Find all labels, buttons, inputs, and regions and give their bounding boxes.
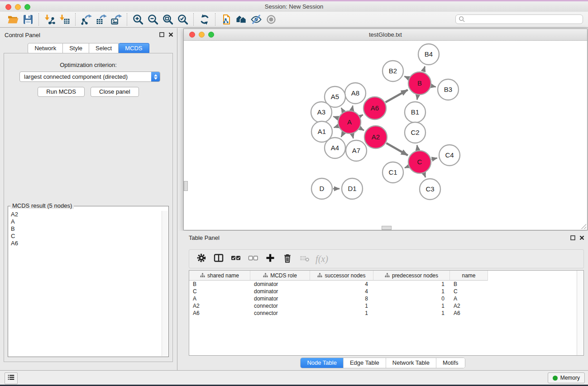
edge-A-A7[interactable] [352, 134, 353, 138]
cell-predecessor-nodes[interactable]: 1 [373, 288, 450, 295]
table-row[interactable]: Bdominator41B [189, 281, 577, 288]
export-network-button[interactable] [79, 12, 94, 27]
function-builder-button[interactable]: f(x) [314, 251, 330, 267]
table-row[interactable]: Cdominator41C [189, 288, 577, 295]
optimization-criterion-select[interactable]: largest connected component (directed) [19, 71, 160, 82]
edge-B-B3[interactable] [431, 86, 435, 87]
node-A7[interactable]: A7 [346, 140, 367, 161]
cell-successor-nodes[interactable]: 4 [310, 288, 373, 295]
close-panel-button[interactable]: Close panel [91, 87, 139, 97]
cell-MCDS-role[interactable]: dominator [250, 281, 310, 288]
save-session-button[interactable] [20, 12, 35, 27]
table-scrollbar[interactable] [577, 271, 583, 355]
cell-successor-nodes[interactable]: 1 [310, 302, 373, 310]
cell-predecessor-nodes[interactable]: 1 [373, 281, 450, 288]
table-row[interactable]: A6connector11A6 [189, 310, 577, 317]
cell-MCDS-role[interactable]: connector [250, 310, 310, 317]
edge-C-C1[interactable] [405, 167, 408, 168]
select-all-button[interactable] [228, 251, 244, 267]
edge-C-C3[interactable] [424, 173, 425, 177]
column-header-name[interactable]: name [450, 271, 488, 281]
node-A6[interactable]: A6 [363, 97, 386, 119]
mcds-result-item[interactable]: B [9, 225, 162, 233]
cell-successor-nodes[interactable]: 1 [310, 310, 373, 317]
node-C[interactable]: C [408, 151, 431, 173]
home-networks-button[interactable] [234, 12, 249, 27]
tab-network-table[interactable]: Network Table [386, 358, 436, 368]
node-C1[interactable]: C1 [382, 162, 403, 183]
search-input[interactable] [455, 14, 583, 24]
node-B1[interactable]: B1 [405, 102, 425, 123]
zoom-out-button[interactable] [145, 12, 160, 27]
toggle-column-button[interactable] [211, 251, 226, 267]
column-header-predecessor-nodes[interactable]: predecessor nodes [373, 271, 450, 281]
export-image-button[interactable] [109, 12, 124, 27]
edge-A-A3[interactable] [333, 116, 338, 118]
overview-handle-left[interactable] [184, 181, 188, 191]
add-row-button[interactable] [263, 251, 278, 267]
cell-shared-name[interactable]: A2 [189, 302, 250, 310]
cell-predecessor-nodes[interactable]: 0 [373, 295, 450, 302]
node-C3[interactable]: C3 [420, 179, 440, 200]
node-D1[interactable]: D1 [342, 178, 363, 199]
cell-name[interactable]: A6 [450, 310, 488, 317]
import-table-button[interactable] [57, 12, 72, 27]
node-B3[interactable]: B3 [438, 79, 459, 100]
tab-select[interactable]: Select [89, 43, 119, 54]
delete-row-button[interactable] [280, 251, 295, 267]
cell-name[interactable]: B [450, 281, 488, 288]
open-session-button[interactable] [5, 12, 20, 27]
mcds-result-item[interactable]: A [9, 218, 162, 225]
node-D[interactable]: D [311, 178, 332, 199]
node-A[interactable]: A [338, 111, 361, 133]
show-hidden-button[interactable] [263, 12, 278, 27]
edge-A6-B[interactable] [386, 90, 408, 102]
tab-style[interactable]: Style [63, 43, 89, 54]
zoom-selected-button[interactable] [175, 12, 190, 27]
edge-A-A5[interactable] [341, 108, 344, 111]
edge-A-A6[interactable] [360, 115, 363, 116]
node-A2[interactable]: A2 [364, 126, 387, 148]
task-history-button[interactable] [5, 372, 18, 384]
edge-B-B2[interactable] [404, 76, 408, 78]
edge-A-A4[interactable] [341, 133, 344, 137]
export-table-button[interactable] [94, 12, 109, 27]
cell-name[interactable]: A [450, 295, 488, 302]
edge-A-A1[interactable] [334, 126, 338, 128]
cell-MCDS-role[interactable]: dominator [250, 295, 310, 302]
mcds-result-item[interactable]: C [9, 233, 162, 240]
run-mcds-button[interactable]: Run MCDS [38, 87, 85, 97]
refresh-layout-button[interactable] [197, 12, 212, 27]
edge-C-C4[interactable] [431, 158, 437, 159]
mcds-result-item[interactable]: A6 [9, 240, 162, 247]
tab-network[interactable]: Network [28, 43, 63, 54]
close-panel-icon[interactable] [168, 32, 173, 37]
float-table-panel-icon[interactable] [570, 235, 575, 240]
node-B4[interactable]: B4 [418, 44, 439, 65]
cell-shared-name[interactable]: A6 [189, 310, 250, 317]
mcds-result-item[interactable]: A2 [9, 211, 162, 218]
tab-edge-table[interactable]: Edge Table [343, 358, 386, 368]
cell-successor-nodes[interactable]: 8 [310, 295, 373, 302]
column-header-MCDS-role[interactable]: MCDS role [250, 271, 310, 281]
cell-predecessor-nodes[interactable]: 1 [373, 310, 450, 317]
cell-shared-name[interactable]: A [189, 295, 250, 302]
zoom-in-button[interactable] [130, 12, 145, 27]
network-window-titlebar[interactable]: testGlobe.txt [184, 29, 587, 41]
cell-name[interactable]: A2 [450, 302, 488, 310]
cell-MCDS-role[interactable]: dominator [250, 288, 310, 295]
overview-handle-bottom[interactable] [382, 226, 392, 230]
node-C2[interactable]: C2 [405, 122, 425, 143]
tab-motifs[interactable]: Motifs [436, 358, 465, 368]
column-header-shared-name[interactable]: shared name [189, 271, 250, 281]
cell-shared-name[interactable]: C [189, 288, 250, 295]
clone-network-button[interactable] [219, 12, 234, 27]
cell-successor-nodes[interactable]: 4 [310, 281, 373, 288]
node-C4[interactable]: C4 [439, 145, 460, 166]
memory-button[interactable]: Memory [548, 372, 585, 383]
hide-selected-button[interactable] [249, 12, 263, 27]
node-A3[interactable]: A3 [311, 102, 332, 123]
network-canvas[interactable]: B4B2BB3A8A5A6A3B1AA1C2A2A4A7C4CC1C3DD1 [184, 41, 587, 230]
zoom-fit-button[interactable] [160, 12, 175, 27]
node-B2[interactable]: B2 [382, 61, 403, 81]
